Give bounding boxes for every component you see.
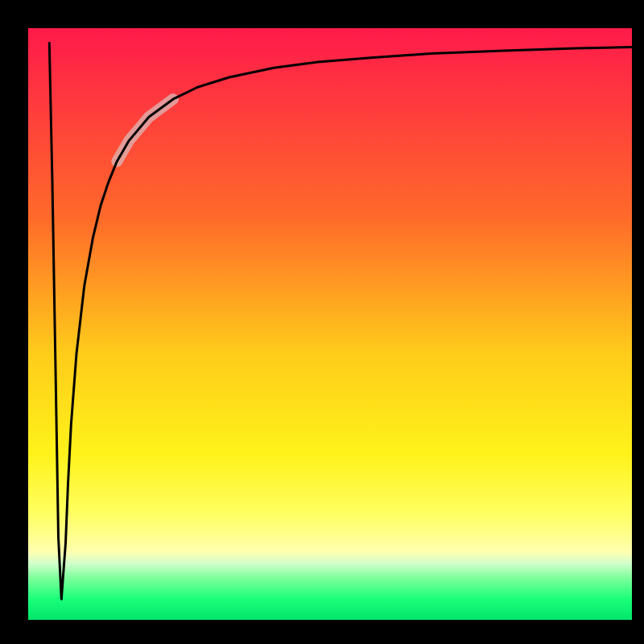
svg-rect-2	[0, 0, 28, 644]
svg-rect-3	[632, 0, 644, 644]
bottleneck-chart	[0, 0, 644, 644]
svg-rect-1	[0, 620, 644, 644]
chart-container: TheBottleneck.com	[0, 0, 644, 644]
plot-background	[28, 28, 632, 620]
svg-rect-0	[0, 0, 644, 28]
